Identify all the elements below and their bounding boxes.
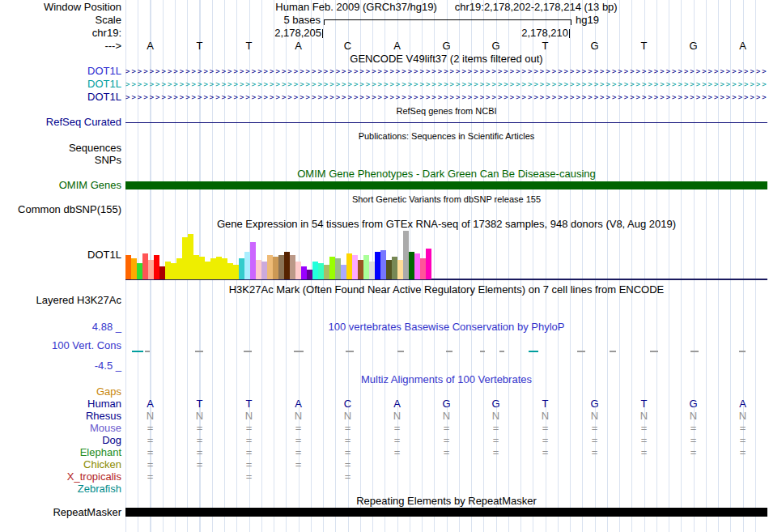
multiz-species-label[interactable]: X_tropicalis — [0, 471, 121, 483]
gtex-tissue-bar[interactable] — [318, 263, 324, 279]
multiz-species-label[interactable]: Gaps — [0, 386, 121, 398]
publications-track-header[interactable]: Publications: Sequences in Scientific Ar… — [125, 130, 767, 142]
conservation-track-header[interactable]: 100 vertebrates Basewise Conservation by… — [125, 321, 767, 333]
gtex-tissue-bar[interactable] — [154, 255, 159, 279]
ruler-base-letter: G — [669, 40, 718, 52]
omim-track-header[interactable]: OMIM Gene Phenotypes - Dark Green Can Be… — [125, 168, 767, 180]
gencode-transcript-label[interactable]: DOT1L — [0, 92, 121, 103]
gencode-transcript-arrows[interactable]: >>>>>>>>>>>>>>>>>>>>>>>>>>>>>>>>>>>>>>>>… — [125, 66, 767, 77]
gtex-tissue-bar[interactable] — [142, 253, 148, 279]
multiz-species-label[interactable]: Chicken — [0, 459, 121, 470]
gtex-tissue-bar[interactable] — [193, 255, 199, 279]
gtex-tissue-bar[interactable] — [301, 266, 307, 279]
gtex-tissue-bar[interactable] — [205, 262, 210, 279]
gtex-tissue-bar[interactable] — [165, 262, 171, 279]
gtex-tissue-bar[interactable] — [420, 258, 426, 279]
conservation-track-label[interactable]: 100 Vert. Cons — [0, 340, 121, 351]
multiz-alignment-cell: = — [224, 435, 274, 446]
dbsnp-track-label[interactable]: Common dbSNP(155) — [0, 204, 121, 215]
refseq-track-header[interactable]: RefSeq genes from NCBI — [125, 105, 767, 117]
gtex-tissue-bar[interactable] — [403, 231, 409, 279]
gtex-tissue-bar[interactable] — [250, 242, 256, 279]
omim-gene-bar[interactable] — [125, 181, 767, 189]
gtex-tissue-bar[interactable] — [182, 237, 188, 279]
gtex-tissue-bar[interactable] — [426, 249, 431, 279]
gencode-transcript-label[interactable]: DOT1L — [0, 79, 121, 90]
gencode-transcript-label[interactable]: DOT1L — [0, 66, 121, 77]
dbsnp-track-header[interactable]: Short Genetic Variants from dbSNP releas… — [125, 194, 767, 205]
gtex-tissue-bar[interactable] — [267, 255, 273, 279]
gtex-tissue-bar[interactable] — [244, 252, 250, 279]
gtex-tissue-bar[interactable] — [397, 260, 403, 279]
strand-direction-label: ---> — [0, 40, 121, 52]
gtex-tissue-bar[interactable] — [256, 260, 261, 279]
gtex-tissue-bar[interactable] — [148, 260, 154, 279]
gtex-tissue-bar[interactable] — [352, 255, 358, 279]
gtex-tissue-bar[interactable] — [346, 253, 352, 279]
gtex-tissue-bar[interactable] — [386, 260, 392, 279]
gtex-tissue-bar[interactable] — [188, 234, 193, 279]
multiz-alignment-cell: = — [125, 423, 175, 434]
gtex-tissue-bar[interactable] — [199, 257, 205, 279]
gtex-tissue-bar[interactable] — [369, 262, 375, 279]
gtex-track-header[interactable]: Gene Expression in 54 tissues from GTEx … — [125, 219, 767, 230]
gtex-tissue-bar[interactable] — [329, 257, 335, 279]
repeatmasker-track-header[interactable]: Repeating Elements by RepeatMasker — [125, 496, 767, 507]
gtex-tissue-bar[interactable] — [324, 265, 329, 279]
gtex-tissue-bar[interactable] — [261, 262, 267, 279]
gencode-transcript-arrows[interactable]: >>>>>>>>>>>>>>>>>>>>>>>>>>>>>>>>>>>>>>>>… — [125, 92, 767, 103]
gtex-tissue-bar[interactable] — [380, 250, 386, 279]
gtex-tissue-bar[interactable] — [210, 258, 216, 279]
gtex-tissue-bar[interactable] — [222, 258, 227, 279]
gtex-tissue-bar[interactable] — [341, 265, 346, 279]
multiz-species-label[interactable]: Human — [0, 398, 121, 410]
gtex-tissue-bar[interactable] — [239, 258, 244, 279]
coordinate-tick-left — [322, 29, 323, 38]
refseq-curated-label[interactable]: RefSeq Curated — [0, 117, 121, 128]
gtex-expression-bars[interactable] — [125, 231, 767, 279]
gtex-tissue-bar[interactable] — [227, 263, 233, 279]
gtex-gene-label[interactable]: DOT1L — [0, 249, 121, 261]
gtex-tissue-bar[interactable] — [392, 257, 397, 279]
publications-subtrack-label[interactable]: Sequences — [0, 143, 121, 154]
gtex-tissue-bar[interactable] — [131, 258, 137, 279]
gtex-tissue-bar[interactable] — [137, 263, 142, 279]
gtex-tissue-bar[interactable] — [295, 262, 301, 279]
gtex-tissue-bar[interactable] — [375, 252, 380, 279]
gtex-tissue-bar[interactable] — [335, 258, 341, 279]
multiz-species-label[interactable]: Zebrafish — [0, 483, 121, 495]
multiz-species-label[interactable]: Dog — [0, 435, 121, 446]
conservation-tick — [346, 351, 354, 352]
repeatmasker-bar[interactable] — [125, 508, 767, 517]
gtex-tissue-bar[interactable] — [233, 265, 239, 279]
gtex-tissue-bar[interactable] — [171, 263, 176, 279]
gtex-tissue-bar[interactable] — [273, 257, 278, 279]
gtex-tissue-bar[interactable] — [290, 255, 295, 279]
gtex-tissue-bar[interactable] — [409, 252, 414, 279]
gtex-tissue-bar[interactable] — [312, 262, 318, 279]
gtex-tissue-bar[interactable] — [278, 255, 284, 279]
omim-genes-label[interactable]: OMIM Genes — [0, 180, 121, 191]
multiz-species-label[interactable]: Elephant — [0, 447, 121, 458]
repeatmasker-label[interactable]: RepeatMasker — [0, 507, 121, 518]
refseq-curated-gene-line[interactable] — [125, 122, 767, 123]
gtex-tissue-bar[interactable] — [414, 253, 420, 279]
gtex-tissue-bar[interactable] — [176, 258, 182, 279]
gtex-tissue-bar[interactable] — [159, 266, 165, 279]
multiz-species-label[interactable]: Rhesus — [0, 411, 121, 422]
multiz-species-label[interactable]: Mouse — [0, 423, 121, 434]
gtex-tissue-bar[interactable] — [358, 260, 363, 279]
publications-subtrack-label[interactable]: SNPs — [0, 155, 121, 166]
gencode-transcript-arrows[interactable]: >>>>>>>>>>>>>>>>>>>>>>>>>>>>>>>>>>>>>>>>… — [125, 79, 767, 90]
gencode-track-header[interactable]: GENCODE V49lift37 (2 items filtered out) — [125, 53, 767, 65]
gtex-tissue-bar[interactable] — [216, 257, 222, 279]
gtex-tissue-bar[interactable] — [284, 252, 290, 279]
multiz-alignment-cell: = — [224, 471, 274, 483]
conservation-tick — [145, 351, 150, 352]
h3k27ac-track-header[interactable]: H3K27Ac Mark (Often Found Near Active Re… — [125, 284, 767, 296]
multiz-track-header[interactable]: Multiz Alignments of 100 Vertebrates — [125, 374, 767, 385]
h3k27ac-track-label[interactable]: Layered H3K27Ac — [0, 295, 121, 306]
gtex-tissue-bar[interactable] — [307, 270, 312, 279]
gtex-tissue-bar[interactable] — [363, 255, 369, 279]
gtex-tissue-bar[interactable] — [125, 255, 131, 279]
